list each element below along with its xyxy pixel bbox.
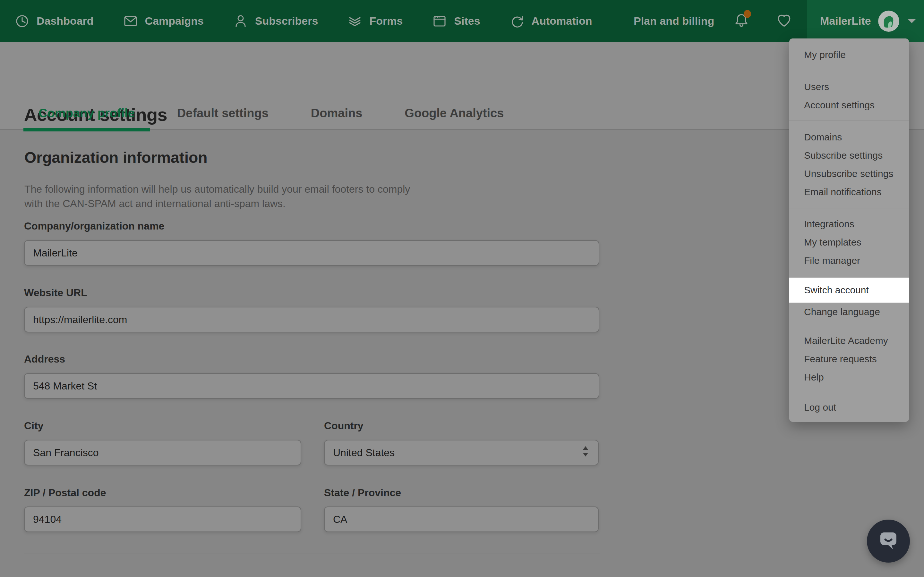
plan-and-billing-link[interactable]: Plan and billing xyxy=(634,0,714,42)
country-label: Country xyxy=(324,419,363,432)
nav-item-label: Dashboard xyxy=(37,15,94,27)
menu-section: MailerLite AcademyFeature requestsHelp xyxy=(789,325,909,393)
state-province-label: State / Province xyxy=(324,486,401,499)
menu-item-integrations[interactable]: Integrations xyxy=(789,215,909,233)
account-menu-trigger[interactable]: MailerLite xyxy=(807,0,924,42)
country-value: United States xyxy=(333,447,582,459)
menu-section: IntegrationsMy templatesFile manager xyxy=(789,208,909,276)
address-field[interactable] xyxy=(24,373,599,399)
menu-item-email-notifications[interactable]: Email notifications xyxy=(789,183,909,201)
nav-item-label: Automation xyxy=(531,15,592,27)
company-organization-name-label: Company/organization name xyxy=(24,219,164,232)
page-header: Account settings Company profileDefault … xyxy=(0,42,924,130)
heart-icon xyxy=(776,12,792,30)
city-label: City xyxy=(24,419,43,432)
menu-section: Switch accountChange language xyxy=(789,276,909,325)
nav-item-automation[interactable]: Automation xyxy=(510,14,592,29)
avatar xyxy=(878,11,899,32)
menu-item-my-templates[interactable]: My templates xyxy=(789,233,909,251)
website-url-label: Website URL xyxy=(24,286,87,299)
notification-dot xyxy=(744,10,751,18)
nav-item-dashboard[interactable]: Dashboard xyxy=(15,14,94,29)
nav-item-subscribers[interactable]: Subscribers xyxy=(233,14,318,29)
account-name: MailerLite xyxy=(820,15,871,27)
menu-item-change-language[interactable]: Change language xyxy=(789,303,909,321)
tab-google-analytics[interactable]: Google Analytics xyxy=(389,97,519,130)
nav-item-label: Subscribers xyxy=(255,15,318,27)
nav-item-forms[interactable]: Forms xyxy=(347,14,403,29)
layers-icon xyxy=(347,14,362,29)
website-url-field[interactable] xyxy=(24,307,599,332)
menu-section: DomainsSubscribe settingsUnsubscribe set… xyxy=(789,121,909,208)
section-heading: Organization information xyxy=(24,149,208,166)
menu-item-mailerlite-academy[interactable]: MailerLite Academy xyxy=(789,332,909,350)
city-field[interactable] xyxy=(24,440,301,466)
address-label: Address xyxy=(24,353,65,366)
menu-item-switch-account[interactable]: Switch account xyxy=(789,277,909,303)
tab-company-profile[interactable]: Company profile xyxy=(23,97,150,130)
chat-widget-button[interactable] xyxy=(867,520,910,562)
tab-domains[interactable]: Domains xyxy=(296,97,377,130)
menu-item-users[interactable]: Users xyxy=(789,77,909,96)
nav-item-label: Sites xyxy=(454,15,480,27)
sync-icon xyxy=(510,14,525,29)
envelope-icon xyxy=(123,14,138,29)
country-select[interactable]: United States xyxy=(324,440,599,466)
menu-item-account-settings[interactable]: Account settings xyxy=(789,96,909,114)
menu-item-feature-requests[interactable]: Feature requests xyxy=(789,350,909,368)
state-province-field[interactable] xyxy=(324,506,599,532)
top-nav: DashboardCampaignsSubscribersFormsSitesA… xyxy=(0,0,924,42)
settings-tabs: Company profileDefault settingsDomainsGo… xyxy=(23,97,519,130)
section-divider xyxy=(24,554,600,554)
menu-item-my-profile[interactable]: My profile xyxy=(789,45,909,64)
tab-default-settings[interactable]: Default settings xyxy=(162,97,284,130)
menu-item-unsubscribe-settings[interactable]: Unsubscribe settings xyxy=(789,164,909,183)
zip-postal-code-label: ZIP / Postal code xyxy=(24,486,106,499)
menu-item-file-manager[interactable]: File manager xyxy=(789,251,909,269)
chevron-down-icon xyxy=(908,19,916,23)
menu-section: My profile xyxy=(789,39,909,71)
nav-item-label: Campaigns xyxy=(145,15,204,27)
zip-postal-code-field[interactable] xyxy=(24,506,301,532)
favorites-button[interactable] xyxy=(776,0,792,42)
menu-item-help[interactable]: Help xyxy=(789,368,909,386)
stepper-icon xyxy=(582,444,590,461)
menu-section: Log out xyxy=(789,393,909,422)
menu-item-log-out[interactable]: Log out xyxy=(789,398,909,416)
notifications-button[interactable] xyxy=(733,0,752,42)
person-icon xyxy=(233,14,248,29)
nav-item-sites[interactable]: Sites xyxy=(432,14,480,29)
menu-section: UsersAccount settings xyxy=(789,71,909,121)
section-description: The following information will help us a… xyxy=(24,182,413,211)
company-organization-name-field[interactable] xyxy=(24,240,599,266)
nav-menu: DashboardCampaignsSubscribersFormsSitesA… xyxy=(15,0,622,42)
menu-item-subscribe-settings[interactable]: Subscribe settings xyxy=(789,146,909,164)
clock-icon xyxy=(15,14,29,29)
browser-icon xyxy=(432,14,447,29)
menu-item-domains[interactable]: Domains xyxy=(789,128,909,146)
nav-item-label: Forms xyxy=(369,15,403,27)
chat-bubble-icon xyxy=(876,528,901,554)
account-dropdown-menu: My profileUsersAccount settingsDomainsSu… xyxy=(789,39,909,422)
nav-item-campaigns[interactable]: Campaigns xyxy=(123,14,204,29)
